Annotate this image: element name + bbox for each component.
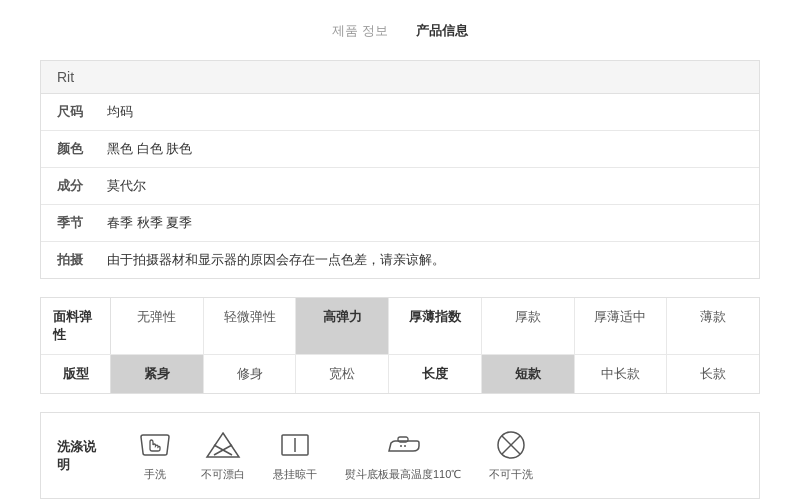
attr-cell-0-6: 薄款 <box>667 298 759 354</box>
attr-cell-0-1: 轻微弹性 <box>204 298 297 354</box>
product-info-table: Rit 尺码 均码 颜色 黑色 白色 肤色 成分 莫代尔 季节 春季 秋季 夏季… <box>40 60 760 279</box>
attr-row-0: 面料弹性无弹性轻微弹性高弹力厚薄指数厚款厚薄适中薄款 <box>41 298 759 355</box>
attr-cell-1-1: 修身 <box>204 355 297 393</box>
info-rows: 尺码 均码 颜色 黑色 白色 肤色 成分 莫代尔 季节 春季 秋季 夏季 拍摄 … <box>41 94 759 278</box>
attr-cell-0-3: 厚薄指数 <box>389 298 482 354</box>
info-row-0: 尺码 均码 <box>41 94 759 131</box>
attr-label-1: 版型 <box>41 355 111 393</box>
laundry-icon-no-dry-clean: 不可干洗 <box>489 429 533 482</box>
attribute-table: 面料弹性无弹性轻微弹性高弹力厚薄指数厚款厚薄适中薄款版型紧身修身宽松长度短款中长… <box>40 297 760 394</box>
tab-product-info-cn[interactable]: 产品信息 <box>412 20 472 42</box>
product-header: Rit <box>41 61 759 94</box>
info-value-0: 均码 <box>107 103 743 121</box>
info-label-3: 季节 <box>57 214 107 232</box>
attr-cell-0-4: 厚款 <box>482 298 575 354</box>
laundry-icon-no-bleach: 不可漂白 <box>201 429 245 482</box>
attr-values-1: 紧身修身宽松长度短款中长款长款 <box>111 355 759 393</box>
no-bleach-desc: 不可漂白 <box>201 467 245 482</box>
info-value-3: 春季 秋季 夏季 <box>107 214 743 232</box>
info-row-3: 季节 春季 秋季 夏季 <box>41 205 759 242</box>
no-bleach-icon <box>205 429 241 461</box>
attr-cell-1-6: 长款 <box>667 355 759 393</box>
no-dry-clean-desc: 不可干洗 <box>489 467 533 482</box>
attr-cell-0-0: 无弹性 <box>111 298 204 354</box>
attr-cell-1-2: 宽松 <box>296 355 389 393</box>
attr-cell-1-5: 中长款 <box>575 355 668 393</box>
info-value-2: 莫代尔 <box>107 177 743 195</box>
svg-marker-0 <box>207 433 239 457</box>
laundry-icons: 手洗 不可漂白 <box>137 429 533 482</box>
info-label-0: 尺码 <box>57 103 107 121</box>
attr-cell-1-3: 长度 <box>389 355 482 393</box>
tab-product-info-kr[interactable]: 제품 정보 <box>328 20 392 42</box>
info-label-4: 拍摄 <box>57 251 107 269</box>
laundry-icon-hang-dry: 悬挂晾干 <box>273 429 317 482</box>
no-dry-clean-icon <box>493 429 529 461</box>
hand-wash-icon <box>137 429 173 461</box>
attr-row-1: 版型紧身修身宽松长度短款中长款长款 <box>41 355 759 393</box>
attr-label-0: 面料弹性 <box>41 298 111 354</box>
laundry-section: 洗涤说明 手洗 <box>40 412 760 499</box>
attr-cell-0-2: 高弹力 <box>296 298 389 354</box>
info-value-4: 由于拍摄器材和显示器的原因会存在一点色差，请亲谅解。 <box>107 251 743 269</box>
iron-110-icon <box>385 429 421 461</box>
info-row-1: 颜色 黑色 白色 肤色 <box>41 131 759 168</box>
laundry-icon-iron-110: 熨斗底板最高温度110℃ <box>345 429 461 482</box>
info-row-4: 拍摄 由于拍摄器材和显示器的原因会存在一点色差，请亲谅解。 <box>41 242 759 278</box>
svg-point-6 <box>400 445 402 447</box>
hand-wash-desc: 手洗 <box>144 467 166 482</box>
hang-dry-icon <box>277 429 313 461</box>
attr-cell-0-5: 厚薄适中 <box>575 298 668 354</box>
attr-values-0: 无弹性轻微弹性高弹力厚薄指数厚款厚薄适中薄款 <box>111 298 759 354</box>
laundry-label: 洗涤说明 <box>57 438 107 474</box>
iron-110-desc: 熨斗底板最高温度110℃ <box>345 467 461 482</box>
info-label-2: 成分 <box>57 177 107 195</box>
attr-cell-1-0: 紧身 <box>111 355 204 393</box>
laundry-icon-hand-wash: 手洗 <box>137 429 173 482</box>
attribute-rows: 面料弹性无弹性轻微弹性高弹力厚薄指数厚款厚薄适中薄款版型紧身修身宽松长度短款中长… <box>41 298 759 393</box>
info-value-1: 黑色 白色 肤色 <box>107 140 743 158</box>
tab-navigation: 제품 정보 产品信息 <box>40 20 760 42</box>
info-row-2: 成分 莫代尔 <box>41 168 759 205</box>
hang-dry-desc: 悬挂晾干 <box>273 467 317 482</box>
svg-point-7 <box>404 445 406 447</box>
info-label-1: 颜色 <box>57 140 107 158</box>
brand-name: Rit <box>57 69 74 85</box>
attr-cell-1-4: 短款 <box>482 355 575 393</box>
